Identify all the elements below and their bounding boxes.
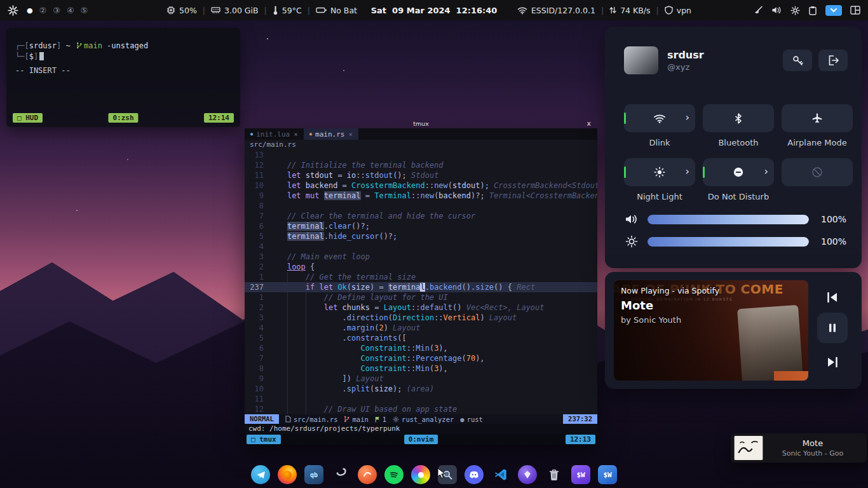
dock-trash-icon[interactable]: [545, 465, 564, 484]
toggle-airplane-mode[interactable]: [782, 104, 853, 132]
cpu-icon: [166, 6, 175, 15]
wifi-widget[interactable]: ESSID/127.0.0.1: [517, 6, 595, 15]
workspace-tag[interactable]: ⑤: [81, 6, 88, 15]
chevron-down-icon[interactable]: [825, 5, 842, 16]
next-button[interactable]: [817, 349, 848, 375]
volume-track[interactable]: [648, 215, 809, 224]
toggle-blocked[interactable]: [782, 158, 853, 186]
notification[interactable]: Mote Sonic Youth - Goo: [731, 433, 867, 463]
code-line[interactable]: 1 // Get the terminal size: [245, 272, 597, 282]
toggle-night-light[interactable]: ›: [624, 158, 695, 186]
gear-icon[interactable]: [790, 6, 800, 15]
line-number: 10: [245, 180, 269, 191]
code-line[interactable]: 1 // Define layout for the UI: [245, 292, 597, 302]
code-line[interactable]: 2 let chunks = Layout::default() Vec<Rec…: [245, 302, 597, 313]
code-line[interactable]: 4: [245, 241, 597, 252]
brightness-slider[interactable]: 100%: [624, 234, 846, 248]
dock-vscode-icon[interactable]: [491, 465, 510, 484]
notification-body: Sonic Youth - Goo: [764, 449, 862, 458]
dock-app-purple-icon[interactable]: [518, 465, 537, 484]
code-line[interactable]: 11 let stdout = io::stdout(); Stdout: [245, 170, 597, 180]
code-editor[interactable]: 1312 // Initialize the terminal backend1…: [245, 150, 597, 414]
toggle-label: Airplane Mode: [782, 138, 853, 148]
dock-firefox-icon[interactable]: [278, 465, 297, 484]
dock-sw-blue-icon[interactable]: $W: [598, 465, 617, 484]
hud-badge[interactable]: □ HUD: [13, 113, 43, 123]
speaker-icon[interactable]: [771, 6, 782, 15]
chevron-right-icon[interactable]: ›: [686, 165, 689, 177]
code-line[interactable]: 13: [245, 150, 597, 160]
code-line[interactable]: 8 Constraint::Min(3),: [245, 363, 597, 374]
line-number: 2: [245, 262, 269, 272]
workspace-tag-active[interactable]: ●: [27, 6, 33, 15]
code-line[interactable]: 5 terminal.hide_cursor()?;: [245, 231, 597, 241]
top-bar: ●②③④⑤ 50% | 3.00 GiB | 59°C | No Bat Sat…: [0, 0, 868, 20]
code-line[interactable]: 9 let mut terminal = Terminal::new(backe…: [245, 191, 597, 201]
dock-telegram-icon[interactable]: [251, 465, 270, 484]
toggle-do-not-disturb[interactable]: ›: [703, 158, 774, 186]
dock-spotify-icon[interactable]: [384, 465, 403, 484]
code-line[interactable]: 11: [245, 394, 597, 404]
code-line[interactable]: 7 Constraint::Percentage(70),: [245, 353, 597, 363]
code-line[interactable]: 3 // Main event loop: [245, 252, 597, 262]
terminal-window[interactable]: ┌─[srdusr] ~ main -unstaged └─[$] -- INS…: [6, 28, 240, 127]
tmux-session-badge[interactable]: 0:nvim: [404, 435, 438, 444]
clipboard-icon[interactable]: [808, 6, 817, 15]
workspace-tag[interactable]: ④: [67, 6, 74, 15]
code-line[interactable]: 6 terminal.clear()?;: [245, 221, 597, 231]
mode-badge: NORMAL: [245, 414, 279, 424]
brightness-track[interactable]: [648, 237, 809, 247]
chevron-right-icon[interactable]: ›: [764, 165, 768, 177]
dock-hook-app-icon[interactable]: [331, 465, 350, 484]
tab-close-icon[interactable]: ×: [348, 130, 353, 139]
media-panel: APE OF PUNK TO COME A CHIMERICAL BOMBINA…: [605, 272, 862, 389]
toggle-dlink[interactable]: ›: [624, 104, 695, 132]
pause-button[interactable]: [817, 313, 848, 343]
dock-sw-purple-icon[interactable]: $W: [571, 465, 590, 484]
avatar[interactable]: [624, 46, 658, 74]
window-titlebar[interactable]: tmuxx: [245, 119, 597, 128]
tmux-badge[interactable]: □ tmux: [247, 435, 281, 444]
layout-icon[interactable]: [850, 6, 860, 15]
code-line[interactable]: 8: [245, 201, 597, 211]
code-line[interactable]: 237 if let Ok(size) = terminal.backend()…: [245, 282, 597, 292]
code-line[interactable]: 12 // Initialize the terminal backend: [245, 160, 597, 170]
code-line[interactable]: 9 ]) Layout: [245, 374, 597, 384]
distro-logo-icon[interactable]: [8, 5, 18, 16]
code-line[interactable]: 6 Constraint::Min(3),: [245, 343, 597, 353]
workspace-tag[interactable]: ③: [53, 6, 60, 15]
code-line[interactable]: 5 .constraints([: [245, 333, 597, 343]
keys-button[interactable]: [783, 50, 812, 71]
code-line[interactable]: 7 // Clear the terminal and hide the cur…: [245, 211, 597, 221]
toggle-bluetooth[interactable]: [703, 104, 774, 132]
tab-main-rs[interactable]: ●main.rs×: [304, 128, 358, 140]
code-text: .constraints([: [269, 333, 597, 343]
vpn-widget[interactable]: vpn: [665, 6, 691, 15]
code-line[interactable]: 2 loop {: [245, 262, 597, 272]
logout-button[interactable]: [818, 50, 848, 71]
tab-close-icon[interactable]: ×: [294, 130, 298, 139]
code-line[interactable]: 4 .margin(2) Layout: [245, 323, 597, 333]
close-icon[interactable]: x: [587, 119, 591, 128]
user-name: srdusr: [667, 49, 704, 61]
dock-discord-icon[interactable]: [465, 465, 484, 484]
chevron-right-icon[interactable]: ›: [686, 111, 689, 123]
volume-slider[interactable]: 100%: [624, 212, 846, 226]
window-title: tmux: [413, 120, 429, 127]
previous-button[interactable]: [817, 285, 848, 310]
dock-photos-icon[interactable]: [411, 465, 430, 484]
code-line[interactable]: 12 // Draw UI based on app state: [245, 404, 597, 414]
brush-icon[interactable]: [754, 6, 763, 15]
toggle-label: Do Not Disturb: [703, 192, 774, 202]
dock-qutebrowser-icon[interactable]: qb: [304, 465, 323, 484]
tmux-window[interactable]: tmuxx ●init.lua× ●main.rs× src/main.rs 1…: [245, 119, 597, 445]
code-line[interactable]: 10 let backend = CrosstermBackend::new(s…: [245, 180, 597, 191]
code-text: terminal.clear()?;: [269, 221, 597, 231]
zsh-session-badge[interactable]: 0:zsh: [108, 113, 138, 123]
code-line[interactable]: 3 .direction(Direction::Vertical) Layout: [245, 313, 597, 323]
dock-app-orange-icon[interactable]: [358, 465, 377, 484]
workspace-tag[interactable]: ②: [39, 6, 47, 15]
tab-init-lua[interactable]: ●init.lua×: [245, 128, 304, 140]
code-line[interactable]: 10 .split(size); (area): [245, 384, 597, 394]
code-text: // Clear the terminal and hide the curso…: [269, 211, 597, 221]
